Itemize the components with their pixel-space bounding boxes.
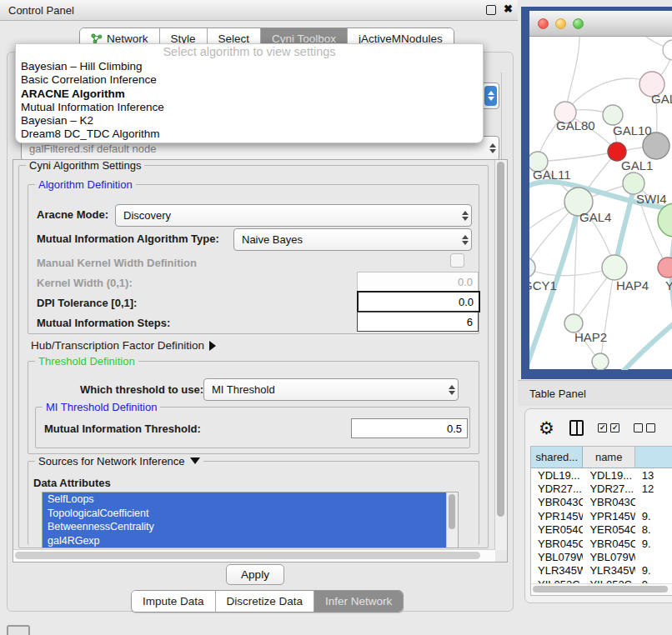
combo-spinner-icon[interactable] (484, 86, 497, 106)
algorithm-definition-group: Algorithm Definition Aracne Mode: Discov… (28, 184, 479, 334)
table-horizontal-scrollbar[interactable] (531, 583, 672, 595)
attribute-item[interactable]: gal4RGexp (43, 534, 458, 548)
corner-grip[interactable] (7, 625, 30, 635)
mi-steps-label: Mutual Information Steps: (37, 317, 170, 329)
kernel-width-value: 0.0 (458, 276, 473, 288)
data-table-combo-value: galFiltered.sif default node (22, 142, 486, 155)
network-node[interactable] (658, 258, 672, 278)
table-body: YDL19...YDL19...13YDR27...YDR27...12YBR0… (531, 468, 672, 592)
sources-group-title[interactable]: Sources for Network Inference (35, 455, 203, 468)
dropdown-item[interactable]: ARACNE Algorithm (16, 88, 483, 101)
network-node[interactable] (603, 105, 623, 125)
node-label: GCY1 (529, 278, 557, 292)
collapse-down-icon (190, 458, 200, 464)
mi-type-combo[interactable]: Naive Bayes (233, 228, 472, 251)
table-panel-title: Table Panel (518, 388, 586, 400)
column-header[interactable] (635, 447, 672, 468)
table-row[interactable]: YPR145WYPR145W9. (531, 509, 672, 522)
dropdown-item[interactable]: Basic Correlation Inference (16, 73, 483, 87)
bottom-tab-discretize-data[interactable]: Discretize Data (216, 591, 315, 612)
network-node[interactable] (602, 255, 627, 280)
network-node[interactable] (592, 353, 609, 370)
dropdown-item[interactable]: Mutual Information Inference (16, 101, 483, 114)
combo-spinner-icon[interactable] (459, 205, 471, 226)
table-row[interactable]: YBR045CYBR045C9. (531, 537, 672, 550)
mi-threshold-field[interactable]: 0.5 (351, 418, 468, 438)
table-row[interactable]: YDL19...YDL19...13 (531, 468, 672, 482)
threshold-definition-title: Threshold Definition (35, 355, 138, 368)
settings-vertical-scrollbar[interactable] (494, 160, 507, 550)
columns-icon[interactable] (569, 420, 584, 436)
show-columns-icon[interactable]: ✓✓ (598, 423, 619, 432)
group-edge-line (501, 72, 502, 159)
expand-right-icon (209, 341, 216, 351)
node-label: Y (665, 278, 672, 292)
float-window-icon[interactable] (486, 5, 496, 15)
table-row[interactable]: YBL079WYBL079W (531, 550, 672, 563)
column-header[interactable]: shared... (531, 447, 583, 468)
dropdown-item[interactable]: Dream8 DC_TDC Algorithm (16, 128, 483, 141)
mi-steps-field[interactable]: 6 (357, 312, 479, 332)
node-label: GAL4 (579, 210, 611, 224)
dpi-tolerance-value: 0.0 (459, 296, 474, 308)
network-canvas[interactable]: GALGAL80GAL10GAL1GAL11SWI4GAL4GCY1HAP4YH… (529, 37, 672, 370)
bottom-tab-impute-data[interactable]: Impute Data (132, 591, 216, 612)
node-label: HAP4 (616, 278, 649, 292)
table-row[interactable]: YBR043CYBR043C (531, 496, 672, 509)
settings-scrollpane: Cyni Algorithm Settings Algorithm Defini… (13, 159, 508, 562)
kernel-width-field[interactable]: 0.0 (357, 272, 479, 292)
network-node[interactable] (529, 258, 535, 278)
node-label: HAP2 (574, 330, 607, 344)
attribute-item[interactable]: TopologicalCoefficient (43, 507, 458, 521)
network-window-titlebar[interactable] (529, 11, 672, 37)
table-row[interactable]: YER054CYER054C8. (531, 523, 672, 537)
apply-button[interactable]: Apply (226, 564, 284, 585)
gear-icon[interactable]: ⚙ (539, 419, 554, 437)
node-label: GAL10 (613, 123, 652, 138)
aracne-mode-value: Discovery (116, 209, 459, 222)
algorithm-dropdown-popup: Select algorithm to view settings Bayesi… (15, 43, 484, 143)
network-view-window: GALGAL80GAL10GAL1GAL11SWI4GAL4GCY1HAP4YH… (521, 7, 672, 379)
table-row[interactable]: YLR345WYLR345W9. (531, 564, 672, 578)
attribute-item[interactable]: BetweennessCentrality (43, 520, 458, 534)
close-icon[interactable]: ✖ (504, 2, 513, 15)
attributes-scrollbar[interactable] (446, 492, 458, 548)
manual-kernel-checkbox[interactable] (450, 253, 464, 268)
aracne-mode-combo[interactable]: Discovery (115, 204, 472, 227)
dpi-tolerance-field[interactable]: 0.0 (357, 291, 480, 312)
aracne-mode-label: Aracne Mode: (37, 208, 108, 221)
node-label: GAL80 (556, 118, 595, 132)
node-table[interactable]: shared...name YDL19...YDL19...13YDR27...… (530, 446, 672, 596)
manual-kernel-label: Manual Kernel Width Definition (37, 257, 197, 269)
mi-threshold-label: Mutual Information Threshold: (44, 422, 201, 435)
hide-columns-icon[interactable] (634, 423, 655, 432)
combo-spinner-icon[interactable] (445, 379, 458, 400)
algorithm-definition-title: Algorithm Definition (35, 178, 136, 191)
settings-horizontal-scrollbar[interactable] (13, 549, 495, 562)
cyni-settings-group-title: Cyni Algorithm Settings (26, 159, 144, 172)
mi-threshold-group: MI Threshold Definition Mutual Informati… (35, 407, 470, 448)
network-node[interactable] (663, 40, 672, 60)
data-attributes-list[interactable]: SelfLoopsTopologicalCoefficientBetweenne… (42, 492, 459, 548)
attribute-item[interactable]: SelfLoops (43, 492, 458, 507)
which-threshold-combo[interactable]: MI Threshold (203, 378, 459, 401)
kernel-width-label: Kernel Width (0,1): (37, 277, 133, 289)
hub-definition-toggle[interactable]: Hub/Transcription Factor Definition (31, 339, 216, 352)
dropdown-item[interactable]: Bayesian – Hill Climbing (16, 60, 483, 73)
table-row[interactable]: YDR27...YDR27...12 (531, 482, 672, 495)
control-panel-title: Control Panel (0, 4, 74, 17)
dropdown-item[interactable]: Bayesian – K2 (16, 114, 483, 128)
mi-type-label: Mutual Information Algorithm Type: (37, 232, 219, 245)
close-traffic-light-icon[interactable] (538, 18, 549, 29)
zoom-traffic-light-icon[interactable] (573, 18, 584, 29)
table-panel-titlebar: Table Panel (518, 380, 672, 406)
minimize-traffic-light-icon[interactable] (555, 18, 566, 29)
bottom-tabs: Impute DataDiscretize DataInfer Network (131, 590, 404, 612)
combo-spinner-icon[interactable] (486, 137, 499, 160)
bottom-tab-infer-network[interactable]: Infer Network (314, 591, 403, 612)
column-header[interactable]: name (583, 447, 634, 468)
data-attributes-label: Data Attributes (33, 477, 111, 489)
table-toolbar: ⚙ ✓✓ (525, 414, 672, 441)
cyni-settings-group: Cyni Algorithm Settings Algorithm Defini… (18, 165, 489, 548)
combo-spinner-icon[interactable] (459, 229, 471, 250)
